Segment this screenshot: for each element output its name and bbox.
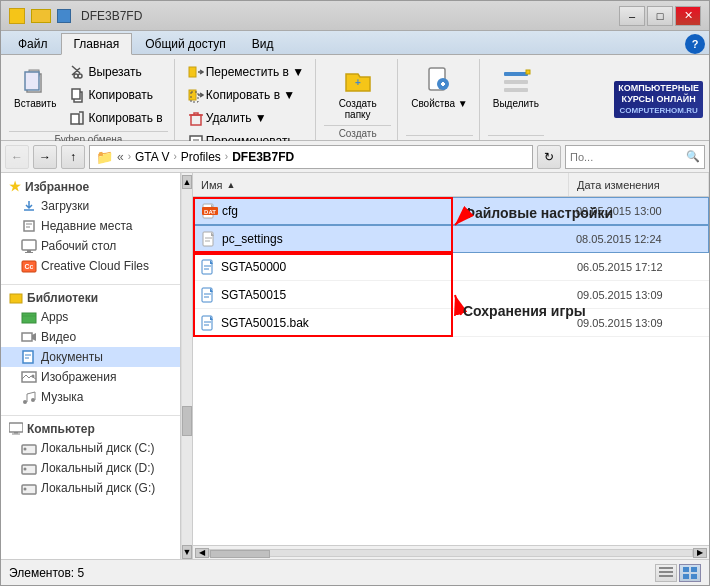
address-path[interactable]: 📁 « › GTA V › Profiles › DFE3B7FD — [89, 145, 533, 169]
library-icon — [9, 291, 23, 305]
organize-col: Переместить в ▼ Копировать в ▼ Удалить ▼… — [183, 61, 309, 152]
view-list-button[interactable] — [655, 564, 677, 582]
close-button[interactable]: ✕ — [675, 6, 701, 26]
sidebar-item-documents[interactable]: Документы — [1, 347, 180, 367]
file-name-cell: DAT cfg — [194, 203, 568, 219]
file-date: 09.05.2015 13:09 — [577, 289, 663, 301]
clipboard-col: Вырезать Копировать Копировать в — [65, 61, 167, 129]
delete-button[interactable]: Удалить ▼ — [183, 107, 309, 129]
help-button[interactable]: ? — [685, 34, 705, 54]
copy-to2-button[interactable]: Копировать в ▼ — [183, 84, 309, 106]
properties-label: Свойства ▼ — [411, 98, 468, 109]
col-name-label: Имя — [201, 179, 222, 191]
horizontal-scrollbar[interactable]: ◀ ▶ — [193, 545, 709, 559]
file-header: Имя ▲ Дата изменения — [193, 173, 709, 197]
sidebar-item-downloads[interactable]: Загрузки — [1, 196, 180, 216]
select-button[interactable]: Выделить — [488, 61, 544, 112]
table-row[interactable]: SGTA50015.bak 09.05.2015 13:09 — [193, 309, 709, 337]
svg-text:Cc: Cc — [25, 263, 34, 270]
drive-d-icon — [21, 460, 37, 476]
table-row[interactable]: SGTA50015 09.05.2015 13:09 — [193, 281, 709, 309]
properties-button[interactable]: Свойства ▼ — [406, 61, 473, 112]
delete-label: Удалить ▼ — [206, 111, 267, 125]
refresh-button[interactable]: ↻ — [537, 145, 561, 169]
divider2 — [1, 415, 180, 416]
main-area: ★ Избранное Загрузки Недавние места Рабо… — [1, 173, 709, 559]
path-part2[interactable]: Profiles — [181, 150, 221, 164]
sidebar-item-apps[interactable]: Apps — [1, 307, 180, 327]
drive-c-icon — [21, 440, 37, 456]
col-header-name[interactable]: Имя ▲ — [193, 173, 569, 196]
svg-rect-32 — [14, 432, 18, 434]
svg-rect-33 — [12, 434, 20, 435]
sidebar-favorites-header: ★ Избранное — [1, 177, 180, 196]
svg-rect-20 — [25, 252, 33, 253]
hscroll-right[interactable]: ▶ — [693, 548, 707, 558]
tab-file[interactable]: Файл — [5, 32, 61, 54]
svg-point-28 — [32, 375, 35, 378]
drive-g-label: Локальный диск (G:) — [41, 481, 155, 495]
tab-home[interactable]: Главная — [61, 33, 133, 55]
file-date-cell: 09.05.2015 13:09 — [569, 317, 709, 329]
favorites-label: Избранное — [25, 180, 89, 194]
sidebar-item-g[interactable]: Локальный диск (G:) — [1, 478, 180, 498]
copy-button[interactable]: Копировать — [65, 84, 167, 106]
tab-view[interactable]: Вид — [239, 32, 287, 54]
svg-rect-15 — [504, 80, 528, 84]
file-date: 06.05.2015 17:12 — [577, 261, 663, 273]
path-part3[interactable]: DFE3B7FD — [232, 150, 294, 164]
new-folder-button[interactable]: + Создатьпапку — [334, 61, 382, 123]
path-part1[interactable]: GTA V — [135, 150, 169, 164]
sidebar-item-images[interactable]: Изображения — [1, 367, 180, 387]
search-input[interactable] — [570, 151, 686, 163]
up-button[interactable]: ↑ — [61, 145, 85, 169]
sidebar-item-cc[interactable]: Cc Creative Cloud Files — [1, 256, 180, 276]
hscroll-left[interactable]: ◀ — [195, 548, 209, 558]
ribbon-group-new: + Создатьпапку Создать — [318, 59, 398, 140]
apps-icon — [21, 309, 37, 325]
hscroll-thumb[interactable] — [210, 550, 270, 558]
sidebar-item-desktop[interactable]: Рабочий стол — [1, 236, 180, 256]
svg-rect-2 — [25, 72, 39, 90]
move-to-button[interactable]: Переместить в ▼ — [183, 61, 309, 83]
table-row[interactable]: DAT cfg 09.05.2015 13:00 — [193, 197, 709, 225]
tab-share[interactable]: Общий доступ — [132, 32, 239, 54]
file-name: cfg — [222, 204, 238, 218]
copy-to-button[interactable]: Копировать в — [65, 107, 167, 129]
sidebar-item-video[interactable]: Видео — [1, 327, 180, 347]
svg-point-35 — [24, 448, 27, 451]
moveto-icon — [188, 64, 204, 80]
cut-label: Вырезать — [88, 65, 141, 79]
maximize-button[interactable]: □ — [647, 6, 673, 26]
search-box[interactable]: 🔍 — [565, 145, 705, 169]
col-header-date[interactable]: Дата изменения — [569, 173, 709, 196]
path-icon: 📁 — [96, 149, 113, 165]
file-pane: Имя ▲ Дата изменения — [193, 173, 709, 559]
downloads-label: Загрузки — [41, 199, 89, 213]
sidebar-item-recent[interactable]: Недавние места — [1, 216, 180, 236]
hscroll-track[interactable] — [209, 549, 693, 557]
drive-c-label: Локальный диск (C:) — [41, 441, 155, 455]
sidebar-item-c[interactable]: Локальный диск (C:) — [1, 438, 180, 458]
drive-d-label: Локальный диск (D:) — [41, 461, 155, 475]
copyto-icon — [70, 110, 86, 126]
paste-button[interactable]: Вставить — [9, 61, 61, 112]
cut-button[interactable]: Вырезать — [65, 61, 167, 83]
forward-button[interactable]: → — [33, 145, 57, 169]
sidebar-item-d[interactable]: Локальный диск (D:) — [1, 458, 180, 478]
props-items: Свойства ▼ — [406, 61, 473, 133]
view-details-button[interactable] — [679, 564, 701, 582]
new-label: Создать — [324, 125, 391, 139]
minimize-button[interactable]: – — [619, 6, 645, 26]
back-button[interactable]: ← — [5, 145, 29, 169]
sidebar-item-music[interactable]: Музыка — [1, 387, 180, 407]
drive-g-icon — [21, 480, 37, 496]
sidebar-scrollbar[interactable]: ▲ ▼ — [181, 173, 193, 559]
table-row[interactable]: SGTA50000 06.05.2015 17:12 — [193, 253, 709, 281]
sidebar-favorites: ★ Избранное Загрузки Недавние места Рабо… — [1, 177, 180, 276]
table-row[interactable]: pc_settings 08.05.2015 12:24 — [193, 225, 709, 253]
video-icon — [21, 329, 37, 345]
sidebar: ★ Избранное Загрузки Недавние места Рабо… — [1, 173, 181, 559]
cc-label: Creative Cloud Files — [41, 259, 149, 273]
select-label-g — [488, 135, 544, 138]
